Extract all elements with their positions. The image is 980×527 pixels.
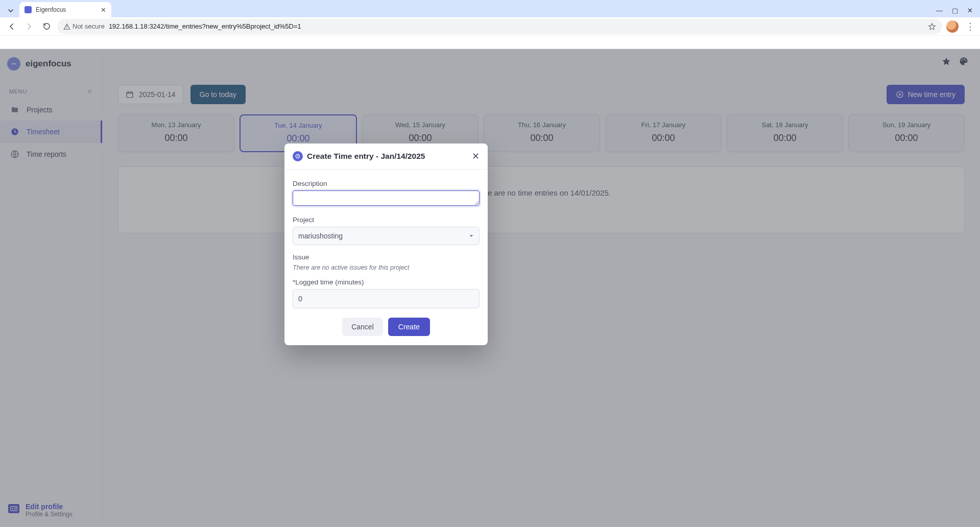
issue-empty-text: There are no active issues for this proj… (293, 264, 480, 271)
nav-forward-icon[interactable] (22, 20, 36, 33)
issue-label: Issue (293, 253, 480, 261)
security-label: Not secure (73, 22, 105, 30)
address-bar[interactable]: Not secure 192.168.1.18:3242/time_entrie… (57, 19, 942, 34)
tab-close-icon[interactable]: ✕ (101, 6, 106, 14)
modal-close-icon[interactable]: ✕ (472, 151, 480, 162)
window-close-icon[interactable]: ✕ (967, 7, 973, 14)
modal-title: Create Time entry - Jan/14/2025 (307, 152, 425, 161)
description-input[interactable] (293, 190, 480, 206)
modal-backdrop[interactable] (0, 49, 980, 527)
project-selected-value: mariushosting (298, 232, 343, 240)
nav-reload-icon[interactable] (40, 20, 53, 33)
cancel-button[interactable]: Cancel (342, 318, 383, 336)
chevron-down-icon (469, 233, 474, 238)
create-time-entry-modal: Create Time entry - Jan/14/2025 ✕ Descri… (284, 143, 488, 345)
browser-toolbar: Not secure 192.168.1.18:3242/time_entrie… (0, 17, 980, 36)
tab-favicon (25, 6, 32, 13)
project-select[interactable]: mariushosting (293, 227, 480, 245)
window-maximize-icon[interactable]: ▢ (952, 7, 958, 14)
kebab-menu-icon[interactable]: ⋮ (966, 21, 975, 32)
nav-back-icon[interactable] (5, 20, 18, 33)
profile-avatar-icon[interactable] (946, 20, 959, 33)
browser-tabstrip: Eigenfocus ✕ — ▢ ✕ (0, 0, 980, 17)
bookmark-star-icon[interactable] (928, 22, 936, 31)
tab-dropdown[interactable] (2, 4, 19, 17)
tab-title: Eigenfocus (36, 6, 66, 13)
warning-icon (63, 23, 70, 30)
description-label: Description (293, 180, 480, 187)
clock-icon (293, 151, 303, 161)
project-label: Project (293, 216, 480, 224)
logged-time-label: *Logged time (minutes) (293, 278, 480, 286)
security-chip[interactable]: Not secure (63, 22, 105, 30)
logged-time-input[interactable] (293, 289, 480, 308)
url-text: 192.168.1.18:3242/time_entries?new_entry… (109, 22, 301, 30)
window-minimize-icon[interactable]: — (936, 7, 943, 14)
create-button[interactable]: Create (388, 318, 430, 336)
browser-tab[interactable]: Eigenfocus ✕ (19, 2, 111, 17)
window-controls: — ▢ ✕ (936, 7, 980, 17)
svg-point-0 (66, 28, 67, 28)
